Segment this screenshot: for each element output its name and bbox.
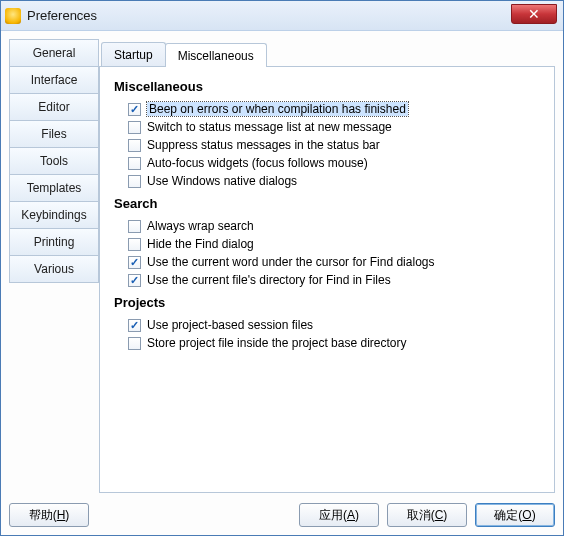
checkbox[interactable] <box>128 103 141 116</box>
titlebar: Preferences ✕ <box>1 1 563 31</box>
checkbox-row[interactable]: Hide the Find dialog <box>114 235 540 253</box>
cancel-button[interactable]: 取消(C) <box>387 503 467 527</box>
help-button-label: 帮助 <box>29 508 53 522</box>
checkbox-row[interactable]: Suppress status messages in the status b… <box>114 136 540 154</box>
sidebar-item-general[interactable]: General <box>9 39 99 67</box>
sidebar-item-editor[interactable]: Editor <box>9 93 99 121</box>
checkbox-label: Hide the Find dialog <box>147 237 254 251</box>
checkbox-label: Use the current file's directory for Fin… <box>147 273 391 287</box>
button-row: 帮助(H) 应用(A) 取消(C) 确定(O) <box>9 493 555 527</box>
checkbox-label: Store project file inside the project ba… <box>147 336 406 350</box>
close-button[interactable]: ✕ <box>511 4 557 24</box>
checkbox-row[interactable]: Auto-focus widgets (focus follows mouse) <box>114 154 540 172</box>
checkbox[interactable] <box>128 220 141 233</box>
tab-pane: Miscellaneous Beep on errors or when com… <box>99 67 555 493</box>
sidebar-item-tools[interactable]: Tools <box>9 147 99 175</box>
preferences-window: Preferences ✕ General Interface Editor F… <box>0 0 564 536</box>
checkbox[interactable] <box>128 256 141 269</box>
checkbox-label: Beep on errors or when compilation has f… <box>147 102 408 116</box>
checkbox[interactable] <box>128 175 141 188</box>
tabstrip: Startup Miscellaneous <box>99 39 555 67</box>
checkbox-row[interactable]: Use the current file's directory for Fin… <box>114 271 540 289</box>
app-icon <box>5 8 21 24</box>
checkbox[interactable] <box>128 157 141 170</box>
sidebar-item-interface[interactable]: Interface <box>9 66 99 94</box>
window-title: Preferences <box>27 8 97 23</box>
checkbox[interactable] <box>128 139 141 152</box>
checkbox[interactable] <box>128 274 141 287</box>
apply-button-label: 应用 <box>319 508 343 522</box>
sidebar-item-printing[interactable]: Printing <box>9 228 99 256</box>
checkbox-label: Use project-based session files <box>147 318 313 332</box>
checkbox[interactable] <box>128 238 141 251</box>
apply-button[interactable]: 应用(A) <box>299 503 379 527</box>
client-area: General Interface Editor Files Tools Tem… <box>1 31 563 535</box>
checkbox-label: Use Windows native dialogs <box>147 174 297 188</box>
tab-startup[interactable]: Startup <box>101 42 166 66</box>
checkbox-label: Use the current word under the cursor fo… <box>147 255 434 269</box>
group-title-misc: Miscellaneous <box>114 79 540 94</box>
checkbox-row[interactable]: Use project-based session files <box>114 316 540 334</box>
sidebar-item-various[interactable]: Various <box>9 255 99 283</box>
checkbox-label: Suppress status messages in the status b… <box>147 138 380 152</box>
checkbox-row[interactable]: Use the current word under the cursor fo… <box>114 253 540 271</box>
sidebar-item-keybindings[interactable]: Keybindings <box>9 201 99 229</box>
cancel-button-label: 取消 <box>407 508 431 522</box>
checkbox-label: Auto-focus widgets (focus follows mouse) <box>147 156 368 170</box>
group-title-projects: Projects <box>114 295 540 310</box>
checkbox-row[interactable]: Store project file inside the project ba… <box>114 334 540 352</box>
checkbox-row[interactable]: Switch to status message list at new mes… <box>114 118 540 136</box>
sidebar: General Interface Editor Files Tools Tem… <box>9 39 99 493</box>
ok-button-label: 确定 <box>494 508 518 522</box>
sidebar-item-templates[interactable]: Templates <box>9 174 99 202</box>
tab-miscellaneous[interactable]: Miscellaneous <box>165 43 267 67</box>
checkbox[interactable] <box>128 121 141 134</box>
checkbox[interactable] <box>128 319 141 332</box>
content: Startup Miscellaneous Miscellaneous Beep… <box>99 39 555 493</box>
checkbox-label: Always wrap search <box>147 219 254 233</box>
checkbox[interactable] <box>128 337 141 350</box>
main-area: General Interface Editor Files Tools Tem… <box>9 39 555 493</box>
group-title-search: Search <box>114 196 540 211</box>
help-button[interactable]: 帮助(H) <box>9 503 89 527</box>
checkbox-row[interactable]: Use Windows native dialogs <box>114 172 540 190</box>
ok-button[interactable]: 确定(O) <box>475 503 555 527</box>
checkbox-row[interactable]: Always wrap search <box>114 217 540 235</box>
checkbox-row[interactable]: Beep on errors or when compilation has f… <box>114 100 540 118</box>
checkbox-label: Switch to status message list at new mes… <box>147 120 392 134</box>
sidebar-item-files[interactable]: Files <box>9 120 99 148</box>
